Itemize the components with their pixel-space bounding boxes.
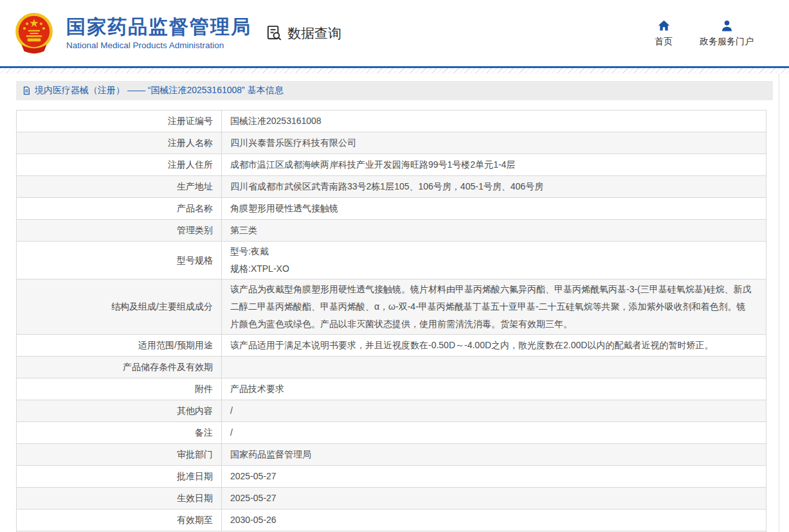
field-label: 其他内容 xyxy=(17,400,222,421)
data-query-label: 数据查询 xyxy=(287,24,341,42)
field-label: 有效期至 xyxy=(17,510,222,531)
field-label: 注册证编号 xyxy=(17,111,222,132)
table-row: 产品名称 角膜塑形用硬性透气接触镜 xyxy=(17,198,766,220)
field-label: 生效日期 xyxy=(17,488,222,509)
nav-gov-service-portal[interactable]: 政务服务门户 xyxy=(700,19,754,48)
field-value: 四川省成都市武侯区武青南路33号2栋1层105、106号房，405-1号房、40… xyxy=(222,176,766,197)
info-table: 注册证编号 国械注准20253161008 注册人名称 四川兴泰普乐医疗科技有限… xyxy=(16,110,766,532)
home-icon xyxy=(657,19,671,33)
field-value: 国械注准20253161008 xyxy=(222,111,766,132)
nav-portal-label: 政务服务门户 xyxy=(700,36,754,48)
hatch-stripe xyxy=(0,68,789,73)
field-label: 注册人名称 xyxy=(17,132,222,154)
field-label: 产品名称 xyxy=(17,198,222,219)
table-row: 生产地址 四川省成都市武侯区武青南路33号2栋1层105、106号房，405-1… xyxy=(17,176,766,198)
field-value: 角膜塑形用硬性透气接触镜 xyxy=(222,198,766,219)
table-row: 适用范围/预期用途 该产品适用于满足本说明书要求，并且近视度数在-0.50D～-… xyxy=(17,335,766,357)
table-row: 结构及组成/主要组成成分 该产品为夜戴型角膜塑形用硬性透气接触镜。镜片材料由甲基… xyxy=(17,279,766,335)
data-query-section-title[interactable]: 数据查询 xyxy=(266,24,341,42)
field-value: 国家药品监督管理局 xyxy=(222,444,766,465)
doc-search-icon xyxy=(266,24,283,42)
field-label: 适用范围/预期用途 xyxy=(17,335,222,356)
site-header: 国家药品监督管理局 National Medical Products Admi… xyxy=(0,0,789,66)
nav-home[interactable]: 首页 xyxy=(655,19,673,48)
field-value: 型号:夜戴 规格:XTPL-XO xyxy=(222,242,766,279)
field-value: 该产品适用于满足本说明书要求，并且近视度数在-0.50D～-4.00D之内，散光… xyxy=(222,335,766,356)
brand-text: 国家药品监督管理局 National Medical Products Admi… xyxy=(66,16,251,50)
table-row: 备注 / xyxy=(17,422,766,444)
page: 国家药品监督管理局 National Medical Products Admi… xyxy=(0,0,789,532)
field-label: 产品储存条件及有效期 xyxy=(17,357,222,378)
table-row: 产品储存条件及有效期 xyxy=(17,357,766,378)
field-label: 审批部门 xyxy=(17,444,222,465)
field-value xyxy=(222,357,766,378)
field-value: 第三类 xyxy=(222,220,766,241)
field-value: / xyxy=(222,400,766,421)
org-name-en: National Medical Products Administration xyxy=(66,40,251,50)
field-label: 附件 xyxy=(17,378,222,400)
national-emblem-icon xyxy=(13,12,55,55)
field-label: 管理类别 xyxy=(17,220,222,241)
table-row: 有效期至 2030-05-26 xyxy=(17,510,766,531)
breadcrumb: 境内医疗器械（注册） —— “国械注准20253161008” 基本信息 xyxy=(16,81,773,100)
field-value: 2025-05-27 xyxy=(222,466,766,487)
document-icon xyxy=(22,86,31,95)
table-row: 注册人住所 成都市温江区成都海峡两岸科技产业开发园海旺路99号1号楼2单元1-4… xyxy=(17,154,766,176)
brand[interactable]: 国家药品监督管理局 National Medical Products Admi… xyxy=(13,12,251,55)
field-value: 2025-05-27 xyxy=(222,488,766,509)
table-row: 型号规格 型号:夜戴 规格:XTPL-XO xyxy=(17,242,766,279)
top-nav: 首页 政务服务门户 xyxy=(655,19,754,48)
main-content: 境内医疗器械（注册） —— “国械注准20253161008” 基本信息 注册证… xyxy=(0,73,789,532)
table-row: 注册证编号 国械注准20253161008 xyxy=(17,111,766,132)
field-label: 生产地址 xyxy=(17,176,222,197)
table-row: 生效日期 2025-05-27 xyxy=(17,488,766,510)
table-row: 附件 产品技术要求 xyxy=(17,378,766,400)
table-row: 注册人名称 四川兴泰普乐医疗科技有限公司 xyxy=(17,132,766,154)
table-row: 管理类别 第三类 xyxy=(17,220,766,242)
field-value: / xyxy=(222,422,766,443)
field-label: 结构及组成/主要组成成分 xyxy=(17,279,222,334)
field-label: 批准日期 xyxy=(17,466,222,487)
nav-home-label: 首页 xyxy=(655,36,673,48)
table-row: 其他内容 / xyxy=(17,400,766,422)
field-label: 备注 xyxy=(17,422,222,443)
field-value: 2030-05-26 xyxy=(222,510,766,531)
field-value: 成都市温江区成都海峡两岸科技产业开发园海旺路99号1号楼2单元1-4层 xyxy=(222,154,766,175)
page-right-edge xyxy=(779,73,779,532)
user-icon xyxy=(720,19,734,33)
breadcrumb-text[interactable]: 境内医疗器械（注册） —— “国械注准20253161008” 基本信息 xyxy=(35,85,284,96)
field-label: 注册人住所 xyxy=(17,154,222,175)
table-row: 审批部门 国家药品监督管理局 xyxy=(17,444,766,466)
field-label: 型号规格 xyxy=(17,242,222,279)
table-row: 批准日期 2025-05-27 xyxy=(17,466,766,488)
field-value: 产品技术要求 xyxy=(222,378,766,400)
field-value: 该产品为夜戴型角膜塑形用硬性透气接触镜。镜片材料由甲基丙烯酸六氟异丙酯、甲基丙烯… xyxy=(222,279,766,334)
org-name-cn: 国家药品监督管理局 xyxy=(66,16,251,39)
field-value: 四川兴泰普乐医疗科技有限公司 xyxy=(222,132,766,154)
